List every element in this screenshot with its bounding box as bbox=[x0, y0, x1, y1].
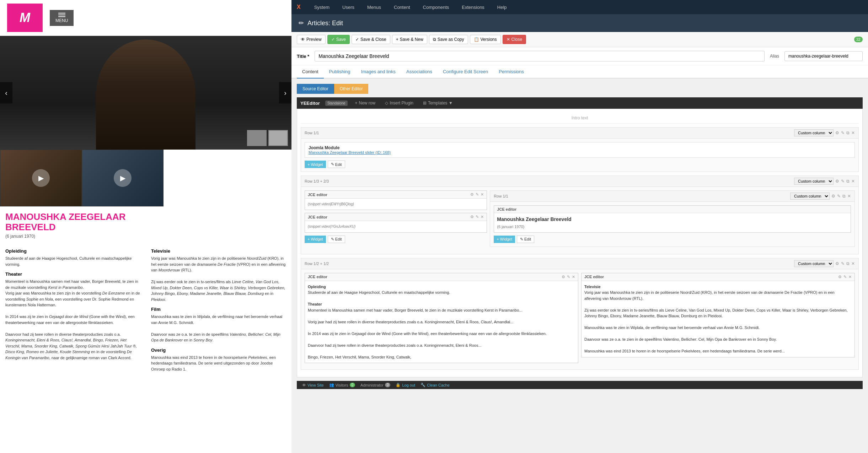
hero-person-image bbox=[96, 39, 195, 150]
video-thumb-1[interactable]: ▶ bbox=[0, 150, 82, 206]
row-2-edit-icon[interactable]: ✎ bbox=[841, 179, 845, 184]
widget-button[interactable]: + Widget bbox=[305, 161, 326, 168]
save-icon: ✓ bbox=[331, 37, 335, 42]
row-nested-label: Row 1/1 bbox=[494, 194, 508, 198]
jce-right-settings-icon[interactable]: ⚙ bbox=[838, 275, 842, 279]
nav-menus[interactable]: Menus bbox=[364, 3, 384, 12]
jce-right-edit-icon[interactable]: ✎ bbox=[843, 275, 847, 279]
row-3-delete-icon[interactable]: ✕ bbox=[851, 261, 855, 266]
row-1-copy-icon[interactable]: ⧉ bbox=[846, 130, 850, 135]
nav-system[interactable]: System bbox=[311, 3, 332, 12]
row-3-edit-icon[interactable]: ✎ bbox=[841, 261, 845, 266]
row-1-settings-icon[interactable]: ⚙ bbox=[835, 130, 839, 135]
other-editor-tab[interactable]: Other Editor bbox=[334, 84, 369, 94]
yeeditor-brand: YEEditor bbox=[300, 101, 320, 106]
jce-left-edit-icon[interactable]: ✎ bbox=[567, 275, 570, 279]
nav-components[interactable]: Components bbox=[420, 3, 452, 12]
preview-button[interactable]: 👁 Preview bbox=[297, 35, 326, 44]
jce-2-delete-icon[interactable]: ✕ bbox=[481, 215, 484, 219]
row-nested-copy-icon[interactable]: ⧉ bbox=[842, 194, 846, 199]
jce-2-icons: ⚙ ✎ ✕ bbox=[470, 215, 484, 219]
row-2-column-select[interactable]: Custom column bbox=[794, 178, 834, 185]
jce-1-snippet: (snippet video|EWYrjB6Qlog) bbox=[308, 202, 354, 206]
save-close-button[interactable]: ✓ Save & Close bbox=[352, 35, 390, 44]
row-1-delete-icon[interactable]: ✕ bbox=[851, 130, 855, 135]
row-nested-col-select[interactable]: Custom column bbox=[790, 193, 830, 200]
row-nested-content: JCE editor Manoushka Zeegelaar Breeveld … bbox=[490, 202, 854, 247]
logout-label[interactable]: Log out bbox=[402, 383, 415, 387]
save-copy-button[interactable]: ⧉ Save as Copy bbox=[429, 35, 468, 44]
nav-content[interactable]: Content bbox=[391, 3, 413, 12]
versions-button[interactable]: 📋 Versions bbox=[470, 35, 501, 44]
right-widget-button[interactable]: + Widget bbox=[494, 236, 515, 243]
row-2-copy-icon[interactable]: ⧉ bbox=[846, 179, 850, 184]
jce-left-header: JCE editor ⚙ ✎ ✕ bbox=[305, 273, 578, 281]
row-1-column-select[interactable]: Custom column bbox=[794, 129, 834, 136]
row-nested-edit-icon[interactable]: ✎ bbox=[837, 194, 841, 199]
row-3-settings-icon[interactable]: ⚙ bbox=[835, 261, 839, 266]
alias-input[interactable] bbox=[784, 51, 863, 61]
row-nested-settings-icon[interactable]: ⚙ bbox=[831, 194, 835, 199]
thumb-1[interactable] bbox=[247, 130, 267, 146]
row-3-column-select[interactable]: Custom column bbox=[794, 260, 834, 267]
next-slide-button[interactable]: › bbox=[279, 82, 291, 103]
jce-left-settings-icon[interactable]: ⚙ bbox=[562, 275, 565, 279]
jce-2-settings-icon[interactable]: ⚙ bbox=[470, 215, 474, 219]
tab-permissions[interactable]: Permissions bbox=[493, 65, 529, 79]
jce-1-settings-icon[interactable]: ⚙ bbox=[470, 192, 474, 197]
insert-plugin-button[interactable]: ◇ Insert Plugin bbox=[383, 99, 416, 107]
edit-button[interactable]: ✎ Edit bbox=[328, 161, 345, 168]
thumb-2[interactable] bbox=[268, 130, 288, 146]
play-button-2[interactable]: ▶ bbox=[114, 169, 132, 187]
templates-button[interactable]: ⊞ Templates ▼ bbox=[421, 99, 455, 107]
video-thumb-2[interactable]: ▶ bbox=[82, 150, 164, 206]
view-site-label[interactable]: View Site bbox=[307, 383, 324, 387]
source-editor-tab[interactable]: Source Editor bbox=[297, 84, 334, 94]
close-button[interactable]: ✕ Close bbox=[503, 35, 526, 44]
clean-cache-item: 🔧 Clean Cache bbox=[420, 383, 450, 387]
tab-configure-edit-screen[interactable]: Configure Edit Screen bbox=[438, 65, 493, 79]
overig-text: Manoushka was eind 2013 te horen in de h… bbox=[151, 355, 286, 372]
row-1-edit-icon[interactable]: ✎ bbox=[841, 130, 845, 135]
row-3-copy-icon[interactable]: ⧉ bbox=[846, 261, 850, 266]
tab-publishing[interactable]: Publishing bbox=[324, 65, 356, 79]
row-2-settings-icon[interactable]: ⚙ bbox=[835, 179, 839, 184]
plus-icon: + bbox=[307, 162, 310, 167]
prev-slide-button[interactable]: ‹ bbox=[0, 82, 12, 103]
jce-1-label: JCE editor bbox=[308, 193, 327, 197]
content-right-col: Televisie Vorig jaar was Manoushka te zi… bbox=[151, 244, 286, 372]
hamburger-icon bbox=[58, 16, 65, 17]
tab-content[interactable]: Content bbox=[297, 65, 324, 79]
save-button[interactable]: ✓ Save bbox=[327, 35, 350, 44]
clean-cache-label[interactable]: Clean Cache bbox=[427, 383, 450, 387]
view-site-item: 👁 View Site bbox=[302, 383, 324, 387]
jce-1-delete-icon[interactable]: ✕ bbox=[481, 192, 484, 197]
left-widget-button[interactable]: + Widget bbox=[305, 236, 326, 243]
row-2-container: Row 1/3 + 2/3 Custom column ⚙ ✎ ⧉ ✕ bbox=[301, 176, 859, 254]
joomla-topbar: X System Users Menus Content Components … bbox=[291, 0, 868, 14]
jce-1-edit-icon[interactable]: ✎ bbox=[476, 192, 479, 197]
save-new-button[interactable]: + Save & New bbox=[392, 35, 427, 44]
module-link[interactable]: Manoushka Zeegelaar Breeveld slider (ID:… bbox=[309, 150, 851, 155]
title-input[interactable] bbox=[315, 51, 765, 61]
right-edit-button[interactable]: ✎ Edit bbox=[517, 236, 534, 243]
tab-associations[interactable]: Associations bbox=[401, 65, 438, 79]
row-nested-delete-icon[interactable]: ✕ bbox=[847, 194, 851, 199]
jce-right-delete-icon[interactable]: ✕ bbox=[848, 275, 852, 279]
jce-left-delete-icon[interactable]: ✕ bbox=[572, 275, 575, 279]
nav-help[interactable]: Help bbox=[494, 3, 510, 12]
jce-2-edit-icon[interactable]: ✎ bbox=[476, 215, 479, 219]
preview-label: Preview bbox=[306, 37, 322, 42]
new-row-button[interactable]: + New row bbox=[353, 99, 378, 107]
row-1-header: Row 1/1 Custom column ⚙ ✎ ⧉ ✕ bbox=[301, 128, 858, 139]
visitors-label: Visitors bbox=[336, 383, 348, 387]
nav-users[interactable]: Users bbox=[339, 3, 357, 12]
row-2-delete-icon[interactable]: ✕ bbox=[851, 179, 855, 184]
left-edit-button[interactable]: ✎ Edit bbox=[328, 236, 345, 243]
menu-button[interactable]: MENU bbox=[50, 10, 74, 26]
play-button-1[interactable]: ▶ bbox=[32, 169, 50, 187]
website-preview: M MENU ‹ › ▶ ▶ MANOUSHKA ZEEGELAAR bbox=[0, 0, 291, 453]
jce-left-text: Opleiding Studeerde af aan de Haagse Hog… bbox=[305, 281, 578, 363]
nav-extensions[interactable]: Extensions bbox=[459, 3, 487, 12]
tab-images-links[interactable]: Images and links bbox=[356, 65, 401, 79]
